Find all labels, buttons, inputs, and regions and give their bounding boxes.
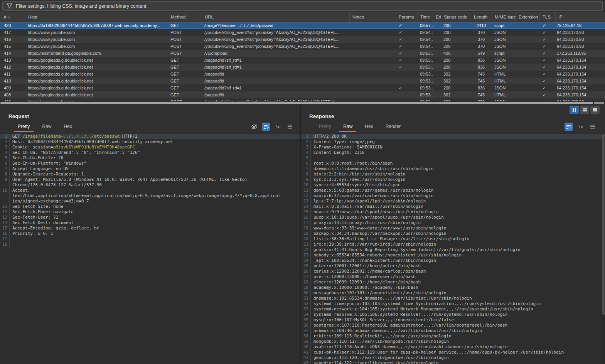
request-tab-hex[interactable]: Hex (57, 124, 78, 132)
request-editor[interactable]: 1GET /image?filename=../../../../etc/pas… (0, 133, 300, 364)
line-number: 13 (301, 199, 310, 204)
cell-extension (516, 50, 539, 57)
table-header[interactable]: #∨ Host Method URL Notes Params Time Edi… (0, 12, 605, 22)
editor-line: 5 (301, 155, 605, 161)
show-newlines-button[interactable]: \n (576, 123, 585, 131)
cell-notes (349, 78, 396, 84)
table-row[interactable]: 415https://www.youtube.comPOST/youtubei/… (0, 43, 605, 50)
show-newlines-button[interactable]: \n (274, 123, 282, 131)
response-editor[interactable]: 1HTTP/2 200 OK2Content-Type: image/jpeg3… (301, 133, 605, 364)
cell-length: 370 (471, 36, 492, 43)
cell-url: /pagead/id?slf_rd=1 (202, 64, 349, 71)
cell-tls: ✓ (539, 50, 555, 57)
col-header-params[interactable]: Params (396, 12, 417, 22)
hscroll-thumb[interactable] (0, 102, 593, 104)
editor-line: 9User-Agent: Mozilla/5.0 (Windows NT 10.… (0, 177, 300, 188)
cell-time: 09:53... (417, 71, 433, 78)
response-scrollbar[interactable] (602, 133, 605, 364)
table-row[interactable]: 414https://lensfrontend-pa.googleapis.co… (0, 50, 605, 57)
request-menu-button[interactable] (286, 123, 294, 131)
col-header-url[interactable]: URL (202, 12, 349, 22)
line-text: nobody:x:65534:65534:nobody:/nonexistent… (310, 253, 600, 258)
line-number: 15 (0, 226, 9, 231)
line-number: 24 (301, 258, 310, 263)
table-row[interactable]: 412https://googleads.g.doubleclick.netGE… (0, 64, 605, 71)
col-header-extension[interactable]: Extension (516, 12, 539, 22)
hide-nonprintable-button[interactable] (250, 123, 258, 131)
cell--: 413 (0, 57, 25, 64)
scroll-corner (594, 102, 604, 104)
col-header-tls[interactable]: TLS (539, 12, 555, 22)
table-row[interactable]: 417https://www.youtube.comPOST/youtubei/… (0, 29, 605, 36)
cell-host: https://googleads.g.doubleclick.net (25, 91, 168, 98)
response-tabs: PrettyRawHexRender (301, 122, 605, 132)
line-text: elmer:x:12099:12099::/home/elmer:/bin/ba… (310, 280, 600, 285)
col-header-host[interactable]: Host (25, 12, 168, 22)
cell-method: GET (168, 57, 202, 64)
cell-extension (516, 57, 539, 64)
table-row[interactable]: 410https://googleads.g.doubleclick.netGE… (0, 78, 605, 84)
request-tab-pretty[interactable]: Pretty (12, 124, 36, 132)
response-tab-pretty[interactable]: Pretty (313, 124, 337, 132)
line-text: Content-Type: image/jpeg (310, 139, 600, 145)
line-number: 37 (301, 328, 310, 334)
editor-line: 42geoclue:x:113:120::/var/lib/geoclue:/u… (301, 355, 605, 361)
cell-time: 09:54... (417, 29, 433, 36)
cell-method: POST (168, 50, 202, 57)
response-menu-button[interactable] (588, 123, 597, 131)
col-header-mime[interactable]: MIME type (492, 12, 516, 22)
cell-ip: 64.233.170.93 (555, 36, 605, 43)
cell--: 412 (0, 64, 25, 71)
line-text: saned:x:114:122::/var/lib/saned:/usr/sbi… (310, 361, 600, 364)
word-wrap-button[interactable] (262, 123, 270, 131)
table-horizontal-scrollbar[interactable] (0, 101, 605, 104)
table-row[interactable]: 408https://googleads.g.doubleclick.netGE… (0, 91, 605, 98)
editor-line: 16Priority: u=0, i (0, 231, 300, 236)
cell-url: /youtubei/v1/log_event?alt=json&key=AIza… (202, 43, 349, 50)
line-number: 29 (301, 285, 310, 290)
cell-time: 09:53... (417, 64, 433, 71)
col-header-ip[interactable]: IP (555, 12, 605, 22)
table-row[interactable]: 411https://googleads.g.doubleclick.netGE… (0, 71, 605, 78)
editor-line: 37usbmux:x:108:46:usbmux daemon,,,:/var/… (301, 328, 605, 334)
cell-method: POST (168, 29, 202, 36)
cell-mime-type: JSON (492, 57, 516, 64)
col-header-method[interactable]: Method (168, 12, 202, 22)
cell-edite (433, 57, 441, 64)
table-row[interactable]: 409https://googleads.g.doubleclick.netGE… (0, 84, 605, 91)
funnel-icon (7, 3, 12, 9)
line-text: Sec-Ch-Ua: "Not/A)Brand";v="8", "Chromiu… (9, 150, 281, 155)
cell-mime-type: script (492, 22, 516, 29)
line-text: sync:x:4:65534:sync:/bin:/bin/sync (310, 182, 600, 188)
response-tab-raw[interactable]: Raw (337, 124, 359, 132)
request-tab-raw[interactable]: Raw (36, 124, 57, 132)
col-header-number[interactable]: #∨ (0, 12, 25, 22)
table-row[interactable]: 413https://googleads.g.doubleclick.netGE… (0, 57, 605, 64)
cell-params (396, 78, 417, 84)
cell-ip: 64.233.170.154 (555, 64, 605, 71)
col-header-status[interactable]: Status code (441, 12, 471, 22)
table-row[interactable]: 420https://0a19002f0384444582d9b1c9007d0… (0, 22, 605, 29)
table-row[interactable]: 406https://www.youtube.comPOST/youtubei/… (0, 98, 605, 101)
editor-line: 4Sec-Ch-Ua: "Not/A)Brand";v="8", "Chromi… (0, 150, 300, 155)
cell-length: 745 (471, 78, 492, 84)
filter-settings-bar[interactable]: Filter settings: Hiding CSS, image and g… (2, 1, 603, 11)
col-header-edited[interactable]: Edite (433, 12, 441, 22)
col-header-length[interactable]: Length (471, 12, 492, 22)
cell-edite (433, 84, 441, 91)
response-tab-hex[interactable]: Hex (359, 124, 379, 132)
editor-line: 24_apt:x:100:65534::/nonexistent:/usr/sb… (301, 258, 605, 263)
vscroll-thumb[interactable] (602, 134, 605, 315)
word-wrap-button[interactable] (565, 123, 573, 131)
response-tab-render[interactable]: Render (379, 124, 407, 132)
editor-line: 28elmer:x:12099:12099::/home/elmer:/bin/… (301, 280, 605, 285)
col-header-time[interactable]: Time (417, 12, 433, 22)
col-header-notes[interactable]: Notes (349, 12, 396, 22)
line-text: _apt:x:100:65534::/nonexistent:/usr/sbin… (310, 258, 600, 263)
table-row[interactable]: 416https://www.youtube.comPOST/youtubei/… (0, 36, 605, 43)
line-number: 17 (0, 236, 9, 242)
cell-extension (516, 29, 539, 36)
line-number: 27 (301, 274, 310, 280)
line-text: Content-Length: 2316 (310, 150, 600, 155)
cell-mime-type: JSON (492, 29, 516, 36)
